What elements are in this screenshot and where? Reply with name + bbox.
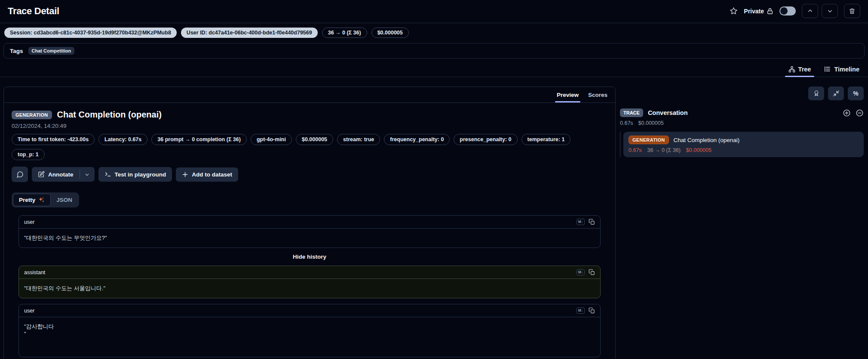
- scores-award-icon[interactable]: [808, 87, 824, 100]
- tag-chip[interactable]: Chat Competition: [28, 47, 75, 55]
- delete-trace-button[interactable]: [844, 4, 860, 18]
- message-tools: M↓: [577, 219, 595, 225]
- observation-actions: Annotate Test in playground: [12, 167, 607, 182]
- tree-guide-line: [620, 132, 620, 157]
- metric-badge: temperature: 1: [521, 134, 571, 145]
- annotate-button[interactable]: Annotate: [32, 167, 80, 182]
- node-generation-badge: GENERATION: [629, 136, 669, 144]
- test-in-playground-button[interactable]: Test in playground: [98, 167, 172, 182]
- format-json-segment[interactable]: JSON: [51, 194, 78, 206]
- trace-meta-row: Session: cd3abcd6-c81c-4037-935d-19d9f27…: [0, 23, 868, 42]
- messages-list: user M↓ "대한민국의 수도는 무엇인가요?" Hide history …: [12, 215, 607, 357]
- top-bar: Trace Detail Private: [0, 0, 868, 23]
- format-pretty-segment[interactable]: Pretty: [13, 194, 51, 206]
- next-trace-button[interactable]: [822, 4, 838, 18]
- message-card-user-2: user M↓ "감사합니다 ": [18, 304, 601, 357]
- metric-badge: gpt-4o-mini: [251, 134, 292, 145]
- tab-tree[interactable]: Tree: [788, 63, 812, 77]
- annotate-dropdown-button[interactable]: [80, 167, 95, 182]
- tab-tree-label: Tree: [798, 66, 811, 73]
- user-id-badge[interactable]: User ID: dc47a41e-06bc-400d-bde1-f0e440d…: [181, 28, 318, 38]
- message-role: assistant: [24, 269, 45, 275]
- cost-badge: $0.000005: [371, 28, 409, 38]
- observation-card: Preview Scores GENERATION Chat Completio…: [3, 87, 616, 359]
- pretty-label: Pretty: [19, 197, 35, 203]
- trace-metrics: 0.67s $0.000005: [620, 120, 864, 126]
- message-content: "대한민국의 수도는 서울입니다.": [19, 279, 600, 298]
- tab-preview[interactable]: Preview: [557, 87, 579, 102]
- observation-metric-badges: Time to first token: -423.00s Latency: 0…: [12, 134, 607, 160]
- plus-icon: [182, 171, 188, 178]
- metric-badge: Time to first token: -423.00s: [12, 134, 95, 145]
- message-role: user: [24, 308, 34, 314]
- tree-icon: [788, 66, 795, 73]
- metric-badge: Latency: 0.67s: [98, 134, 147, 145]
- collapse-icon[interactable]: [856, 109, 864, 117]
- message-content: "대한민국의 수도는 무엇인가요?": [19, 229, 600, 248]
- annotate-split-button: Annotate: [32, 167, 95, 182]
- metric-badge: presence_penalty: 0: [454, 134, 517, 145]
- message-card-user-1: user M↓ "대한민국의 수도는 무엇인가요?": [18, 215, 601, 248]
- copy-icon[interactable]: [589, 269, 595, 275]
- message-content: "감사합니다 ": [19, 317, 600, 357]
- observation-timestamp: 02/12/2024, 14:20:49: [12, 123, 607, 129]
- tab-scores[interactable]: Scores: [588, 87, 607, 102]
- observation-card-tabs: Preview Scores: [4, 87, 615, 103]
- trace-tree-panel: % TRACE Conversation 0.67s $0.000005 GEN…: [620, 87, 865, 157]
- page-title: Trace Detail: [8, 6, 59, 17]
- star-icon[interactable]: [730, 7, 738, 15]
- message-header: assistant M↓: [19, 266, 600, 279]
- node-cost: $0.000005: [686, 147, 712, 153]
- node-title-row: GENERATION Chat Completion (openai): [629, 136, 859, 144]
- node-title: Chat Completion (openai): [674, 137, 740, 143]
- message-tools: M↓: [577, 269, 595, 275]
- hide-history-button[interactable]: Hide history: [18, 254, 601, 260]
- trace-title: Conversation: [648, 109, 688, 116]
- terminal-icon: [104, 171, 111, 178]
- nav-buttons: [802, 4, 838, 18]
- trace-cost: $0.000005: [638, 120, 664, 126]
- message-tools: M↓: [577, 307, 595, 314]
- top-bar-actions: Private: [730, 4, 860, 18]
- generation-node-selected[interactable]: GENERATION Chat Completion (openai) 0.67…: [623, 132, 864, 157]
- tags-container[interactable]: Tags Chat Competition: [3, 43, 865, 59]
- node-tokens: 36 → 0 (Σ 36): [647, 147, 681, 153]
- tree-node-row: GENERATION Chat Completion (openai) 0.67…: [620, 132, 864, 157]
- trace-type-badge: TRACE: [620, 108, 643, 117]
- tab-timeline[interactable]: Timeline: [823, 63, 860, 77]
- expand-all-icon[interactable]: [843, 109, 851, 117]
- node-latency: 0.67s: [629, 147, 642, 153]
- copy-icon[interactable]: [589, 219, 595, 225]
- metric-badge: frequency_penalty: 0: [384, 134, 450, 145]
- spacer: [18, 298, 601, 304]
- markdown-toggle-icon[interactable]: M↓: [577, 307, 585, 314]
- lock-icon: [767, 8, 773, 15]
- observation-title: Chat Completion (openai): [57, 110, 162, 120]
- observation-title-row: GENERATION Chat Completion (openai): [12, 110, 607, 120]
- prev-trace-button[interactable]: [802, 4, 818, 18]
- metric-badge: $0.000005: [296, 134, 333, 145]
- privacy-label: Private: [744, 8, 773, 15]
- public-toggle[interactable]: [779, 6, 796, 15]
- message-header: user M↓: [19, 216, 600, 229]
- comments-button[interactable]: [12, 167, 28, 182]
- message-header: user M↓: [19, 304, 600, 317]
- markdown-toggle-icon[interactable]: M↓: [577, 269, 585, 275]
- metric-badge: stream: true: [337, 134, 380, 145]
- message-role: user: [24, 219, 34, 225]
- tab-timeline-label: Timeline: [834, 66, 859, 73]
- view-tabs: Tree Timeline: [0, 63, 868, 77]
- trace-root-row[interactable]: TRACE Conversation: [620, 108, 864, 117]
- metric-badge: top_p: 1: [12, 149, 45, 160]
- copy-icon[interactable]: [589, 307, 595, 314]
- add-to-dataset-label: Add to dataset: [192, 171, 232, 178]
- add-to-dataset-button[interactable]: Add to dataset: [176, 167, 238, 182]
- generation-type-badge: GENERATION: [12, 111, 52, 119]
- node-metrics: 0.67s 36 → 0 (Σ 36) $0.000005: [629, 147, 859, 153]
- collapse-all-icon[interactable]: [828, 87, 844, 100]
- metrics-percent-icon[interactable]: %: [848, 87, 864, 100]
- format-toggle: Pretty JSON: [12, 192, 79, 207]
- sparkles-icon: [38, 197, 45, 203]
- markdown-toggle-icon[interactable]: M↓: [577, 219, 585, 225]
- session-badge[interactable]: Session: cd3abcd6-c81c-4037-935d-19d9f27…: [4, 28, 177, 38]
